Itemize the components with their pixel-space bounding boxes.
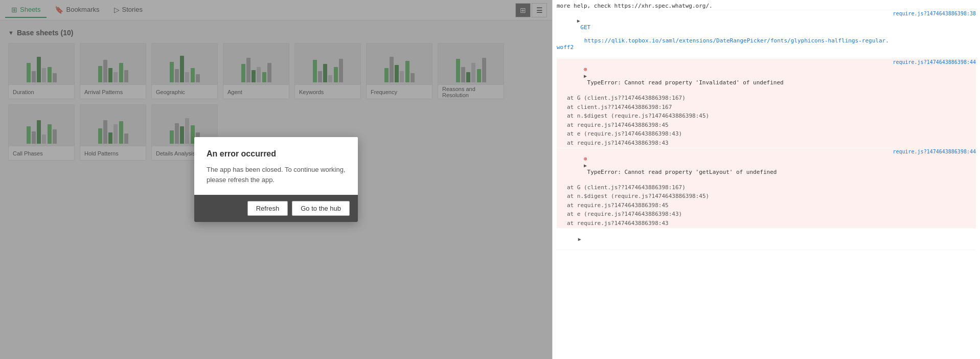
refresh-button[interactable]: Refresh (247, 201, 288, 216)
modal-title: An error occurred (207, 149, 346, 159)
log-entry-help: more help, check https://xhr.spec.whatwg… (557, 2, 976, 10)
log-entry-get: ▶ GET https://qlik.topbox.io/saml/extens… (557, 10, 976, 58)
log-text-get: ▶ GET https://qlik.topbox.io/saml/extens… (557, 11, 891, 57)
get-url: https://qlik.topbox.io/saml/extensions/D… (557, 37, 889, 51)
modal-message: The app has been closed. To continue wor… (207, 165, 346, 185)
log-error1-stack: at G (client.js??1474643886398:167) at c… (557, 94, 976, 148)
modal-overlay: An error occurred The app has been close… (0, 0, 552, 359)
log-entry-error2: ⊗ ▶ TypeError: Cannot read property 'get… (557, 148, 976, 228)
log-text-help: more help, check https://xhr.spec.whatwg… (557, 3, 976, 9)
devtools-panel: more help, check https://xhr.spec.whatwg… (552, 0, 980, 359)
modal-body: An error occurred The app has been close… (194, 137, 358, 195)
error1-message: TypeError: Cannot read property 'Invalid… (584, 79, 784, 86)
expand-error1-icon[interactable]: ▶ (584, 73, 587, 79)
error2-message: TypeError: Cannot read property 'getLayo… (584, 169, 777, 175)
go-to-hub-button[interactable]: Go to the hub (292, 201, 350, 216)
log-error1-row: ⊗ ▶ TypeError: Cannot read property 'Inv… (557, 59, 976, 94)
error1-icon: ⊗ (584, 66, 587, 73)
expand-get-icon[interactable]: ▶ (577, 18, 580, 24)
modal-footer: Refresh Go to the hub (194, 195, 358, 222)
log-error2-text: ⊗ ▶ TypeError: Cannot read property 'get… (557, 149, 891, 182)
expand-error2-icon[interactable]: ▶ (584, 163, 587, 168)
log-expand-icon[interactable]: ▶ (557, 229, 976, 249)
log-error1-text: ⊗ ▶ TypeError: Cannot read property 'Inv… (557, 59, 891, 93)
log-ref-error1: require.js?1474643886398:44 (893, 59, 976, 93)
get-method: GET (577, 24, 591, 31)
error-modal: An error occurred The app has been close… (194, 137, 358, 222)
log-ref-error2: require.js?1474643886398:44 (893, 149, 976, 182)
expand-all-button[interactable]: ▶ (578, 236, 581, 242)
log-error2-row: ⊗ ▶ TypeError: Cannot read property 'get… (557, 148, 976, 183)
log-entry-expand: ▶ (557, 229, 976, 250)
log-error2-stack: at G (client.js??1474643886398:167) at n… (557, 183, 976, 228)
log-entry-error1: ⊗ ▶ TypeError: Cannot read property 'Inv… (557, 59, 976, 148)
log-ref-get: require.js?1474643886398:38 (893, 11, 976, 57)
error2-icon: ⊗ (584, 155, 587, 162)
